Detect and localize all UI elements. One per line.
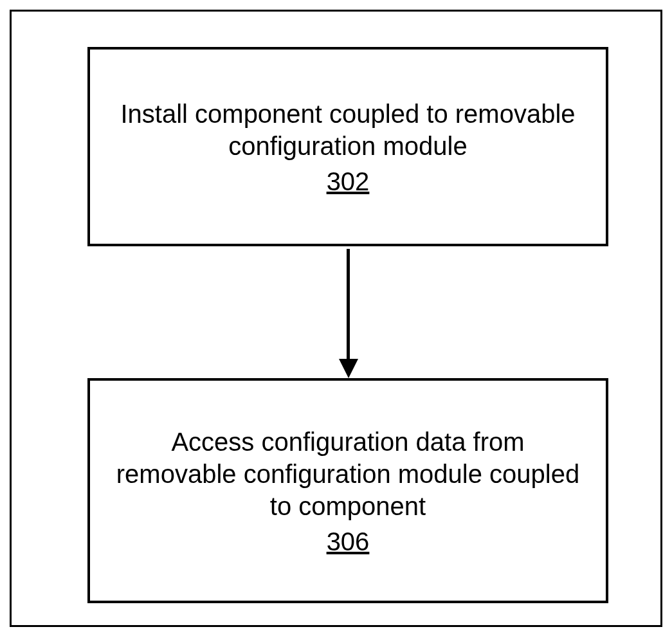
step2-text: Access configuration data from removable… (116, 426, 580, 522)
flow-step-install: Install component coupled to removable c… (87, 47, 608, 246)
arrow-line (347, 249, 350, 365)
step1-text: Install component coupled to removable c… (116, 98, 580, 162)
arrow-down-icon (339, 359, 358, 378)
step1-ref: 302 (327, 167, 370, 196)
diagram-frame: Install component coupled to removable c… (10, 10, 662, 627)
step2-ref: 306 (327, 527, 370, 556)
flow-step-access: Access configuration data from removable… (87, 378, 608, 603)
